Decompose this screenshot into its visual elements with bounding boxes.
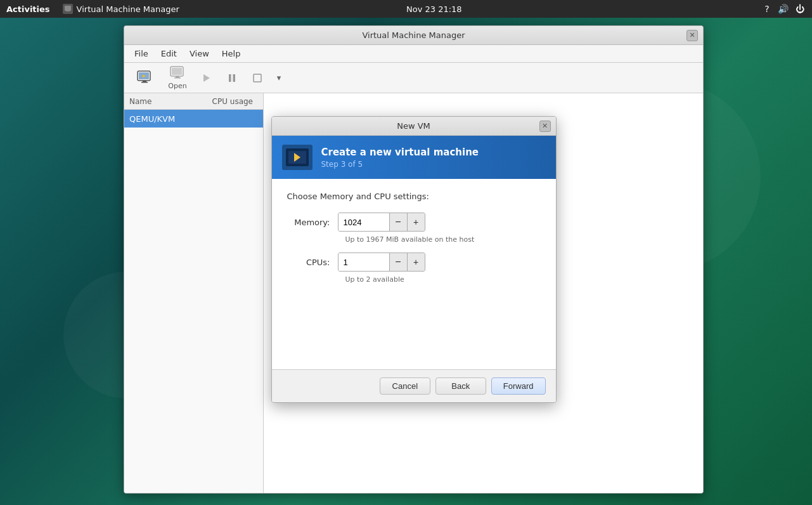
cpus-row: CPUs: − + [287,253,541,272]
open-button[interactable]: Open [162,63,193,93]
window-title: Virtual Machine Manager [362,30,465,40]
memory-spinbox: − + [338,213,425,232]
topbar-appname: Virtual Machine Manager [63,4,311,14]
svg-rect-10 [174,77,181,79]
memory-label: Memory: [287,218,338,227]
monitor-icon [286,148,309,166]
open-vm-icon [170,66,185,81]
new-vm-dialog: New VM ✕ Create a new virtual machine St… [271,116,557,403]
dialog-banner-text: Create a new virtual machine Step 3 of 5 [321,147,479,169]
help-icon[interactable]: ? [761,3,773,15]
window-close-button[interactable]: ✕ [686,30,698,41]
cpus-label: CPUs: [287,258,338,267]
memory-decrement-button[interactable]: − [389,213,407,231]
memory-increment-button[interactable]: + [407,213,425,231]
window-titlebar: Virtual Machine Manager ✕ [124,26,703,45]
dialog-banner: Create a new virtual machine Step 3 of 5 [272,136,556,179]
svg-marker-11 [203,74,210,82]
power-icon[interactable]: ⏻ [794,3,806,15]
topbar-right: ? 🔊 ⏻ [558,3,806,15]
dialog-banner-icon [282,145,313,170]
activities-button[interactable]: Activities [6,4,50,14]
new-vm-button[interactable] [129,68,160,88]
svg-rect-5 [141,82,148,83]
menu-view[interactable]: View [184,47,214,60]
topbar-clock: Nov 23 21:18 [310,4,558,14]
cpus-spinbox: − + [338,253,425,272]
memory-hint: Up to 1967 MiB available on the host [345,235,541,244]
dialog-section-title: Choose Memory and CPU settings: [287,192,541,201]
topbar: Activities Virtual Machine Manager Nov 2… [0,0,812,18]
new-vm-icon [137,70,152,85]
pause-button[interactable] [221,67,243,89]
stop-button[interactable] [246,67,269,89]
run-button[interactable] [195,67,218,89]
svg-rect-12 [229,74,231,82]
svg-rect-4 [143,81,146,82]
toolbar-dropdown[interactable]: ▾ [271,70,287,86]
app-icon [63,4,73,14]
list-header-name: Name [129,97,207,106]
svg-rect-13 [233,74,236,82]
dialog-titlebar: New VM ✕ [272,117,556,136]
list-header: Name CPU usage [124,93,263,110]
svg-rect-0 [65,6,71,11]
dialog-body: Choose Memory and CPU settings: Memory: … [272,179,556,369]
dialog-footer: Cancel Back Forward [272,369,556,402]
cpus-decrement-button[interactable]: − [389,253,407,271]
memory-input[interactable] [338,213,389,231]
vm-list: Name CPU usage QEMU/KVM [124,93,264,493]
dialog-title: New VM [397,121,430,131]
dialog-banner-subtitle: Step 3 of 5 [321,160,479,169]
monitor-screen [288,151,306,164]
toolbar: Open ▾ [124,63,703,93]
menubar: File Edit View Help [124,45,703,63]
svg-rect-14 [254,74,261,82]
volume-icon[interactable]: 🔊 [778,3,789,15]
vm-item-label: QEMU/KVM [129,114,175,124]
forward-button[interactable]: Forward [491,377,546,395]
dialog-close-button[interactable]: ✕ [539,121,551,132]
dialog-banner-title: Create a new virtual machine [321,147,479,158]
main-window: Virtual Machine Manager ✕ File Edit View… [124,25,704,494]
svg-rect-9 [176,76,179,77]
topbar-app-label: Virtual Machine Manager [77,4,179,14]
cpus-hint: Up to 2 available [345,275,541,284]
vm-item-qemu[interactable]: QEMU/KVM [124,110,263,128]
svg-rect-1 [66,11,70,11]
play-icon [294,153,300,162]
cpus-input[interactable] [338,253,389,271]
menu-help[interactable]: Help [217,47,246,60]
memory-row: Memory: − + [287,213,541,232]
cancel-button[interactable]: Cancel [380,377,430,395]
open-button-label: Open [168,82,186,90]
back-button[interactable]: Back [435,377,486,395]
svg-rect-8 [172,68,182,75]
menu-file[interactable]: File [129,47,153,60]
cpus-increment-button[interactable]: + [407,253,425,271]
menu-edit[interactable]: Edit [156,47,182,60]
list-header-cpu: CPU usage [207,97,258,106]
